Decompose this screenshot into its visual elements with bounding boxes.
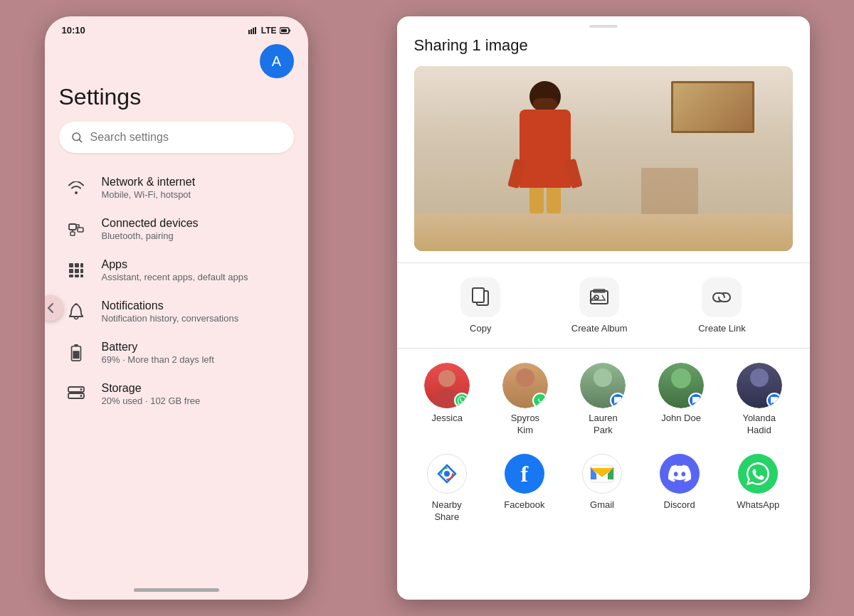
contact-jessica[interactable]: Jessica	[424, 363, 470, 437]
storage-subtitle: 20% used · 102 GB free	[102, 395, 201, 406]
svg-rect-24	[73, 351, 79, 359]
svg-rect-21	[80, 275, 83, 277]
quick-actions: Copy Create Album Create Link	[397, 263, 810, 348]
storage-icon	[65, 386, 88, 402]
svg-rect-19	[69, 275, 73, 277]
gmail-label: Gmail	[590, 499, 614, 511]
contact-johndoe[interactable]: John Doe	[658, 363, 704, 437]
whatsapp-icon	[738, 454, 778, 494]
svg-rect-9	[69, 224, 76, 230]
svg-rect-11	[70, 232, 75, 235]
spyros-whatsapp-badge	[532, 393, 548, 408]
connected-text: Connected devices Bluetooth, pairing	[102, 217, 199, 241]
search-bar[interactable]	[59, 122, 294, 153]
status-bar: 10:10 LTE	[45, 16, 308, 38]
time-display: 10:10	[62, 25, 85, 36]
settings-item-network[interactable]: Network & internet Mobile, Wi-Fi, hotspo…	[59, 167, 294, 208]
svg-rect-2	[253, 28, 254, 34]
battery-text: Battery 69% · More than 2 days left	[102, 341, 214, 365]
handle-bar	[589, 25, 618, 28]
settings-item-notifications[interactable]: Notifications Notification history, conv…	[59, 291, 294, 332]
settings-title: Settings	[59, 84, 294, 110]
connected-subtitle: Bluetooth, pairing	[102, 230, 199, 241]
copy-label: Copy	[470, 323, 491, 334]
app-discord[interactable]: Discord	[660, 454, 700, 524]
create-album-action[interactable]: Create Album	[571, 277, 628, 334]
connected-icon	[65, 222, 88, 236]
battery-subtitle: 69% · More than 2 days left	[102, 354, 214, 365]
storage-text: Storage 20% used · 102 GB free	[102, 382, 201, 406]
whatsapp-label: WhatsApp	[737, 499, 779, 511]
settings-item-apps[interactable]: Apps Assistant, recent apps, default app…	[59, 250, 294, 291]
svg-rect-23	[74, 344, 78, 346]
svg-rect-6	[289, 29, 290, 31]
svg-point-28	[80, 395, 82, 397]
svg-rect-5	[281, 29, 287, 32]
jessica-whatsapp-badge	[454, 393, 470, 408]
battery-icon	[65, 344, 88, 361]
svg-rect-20	[75, 275, 79, 277]
spyros-name: SpyrosKim	[511, 413, 539, 437]
gmail-icon	[582, 454, 622, 494]
person-figure	[520, 81, 571, 213]
notifications-title: Notifications	[102, 299, 239, 312]
album-icon	[589, 288, 609, 307]
app-whatsapp[interactable]: WhatsApp	[737, 454, 779, 524]
network-text: Network & internet Mobile, Wi-Fi, hotspo…	[102, 176, 196, 200]
network-title: Network & internet	[102, 176, 196, 188]
discord-label: Discord	[664, 499, 695, 511]
settings-item-connected[interactable]: Connected devices Bluetooth, pairing	[59, 208, 294, 250]
svg-point-27	[80, 388, 82, 391]
contacts-row: Jessica SpyrosKim LaurenPark	[397, 349, 810, 442]
copy-action[interactable]: Copy	[460, 277, 500, 334]
app-facebook[interactable]: f Facebook	[504, 454, 544, 524]
battery-title: Battery	[102, 341, 214, 354]
search-icon	[70, 130, 83, 144]
svg-point-34	[444, 471, 450, 477]
nearby-share-icon	[427, 454, 467, 494]
connected-title: Connected devices	[102, 217, 199, 230]
svg-rect-16	[69, 269, 73, 273]
lauren-name: LaurenPark	[589, 413, 617, 437]
svg-rect-30	[473, 288, 484, 302]
album-icon-box	[579, 277, 619, 317]
image-preview	[414, 66, 793, 251]
contact-yolanda[interactable]: YolandaHadid	[737, 363, 782, 437]
spyros-avatar	[502, 363, 548, 408]
create-link-label: Create Link	[698, 323, 745, 334]
svg-rect-0	[248, 30, 250, 34]
johndoe-name: John Doe	[661, 413, 701, 425]
svg-rect-3	[255, 27, 256, 34]
settings-phone: 10:10 LTE A Settings	[45, 16, 308, 600]
svg-rect-17	[75, 269, 79, 273]
apps-icon	[65, 262, 88, 278]
signal-icon	[248, 27, 258, 34]
search-input[interactable]	[90, 131, 283, 144]
svg-rect-18	[80, 269, 83, 273]
avatar-row: A	[59, 44, 294, 78]
jessica-name: Jessica	[432, 413, 463, 425]
storage-title: Storage	[102, 382, 201, 395]
facebook-icon: f	[505, 454, 544, 494]
home-indicator	[134, 588, 219, 592]
jessica-avatar	[424, 363, 470, 408]
contact-spyros[interactable]: SpyrosKim	[502, 363, 548, 437]
contact-lauren[interactable]: LaurenPark	[580, 363, 626, 437]
notifications-subtitle: Notification history, conversations	[102, 313, 239, 324]
svg-line-8	[79, 139, 81, 142]
svg-rect-10	[78, 228, 83, 232]
status-icons: LTE	[248, 26, 291, 36]
settings-item-battery[interactable]: Battery 69% · More than 2 days left	[59, 332, 294, 373]
yolanda-avatar-wrap	[737, 363, 782, 408]
settings-item-storage[interactable]: Storage 20% used · 102 GB free	[59, 373, 294, 415]
copy-icon-box	[460, 277, 500, 317]
lauren-msg-badge	[610, 393, 626, 408]
app-gmail[interactable]: Gmail	[582, 454, 622, 524]
link-icon-box	[702, 277, 742, 317]
lauren-avatar	[580, 363, 626, 408]
svg-rect-15	[80, 263, 83, 267]
app-nearby-share[interactable]: NearbyShare	[427, 454, 467, 524]
create-album-label: Create Album	[571, 323, 628, 334]
user-avatar[interactable]: A	[260, 44, 294, 78]
create-link-action[interactable]: Create Link	[698, 277, 745, 334]
